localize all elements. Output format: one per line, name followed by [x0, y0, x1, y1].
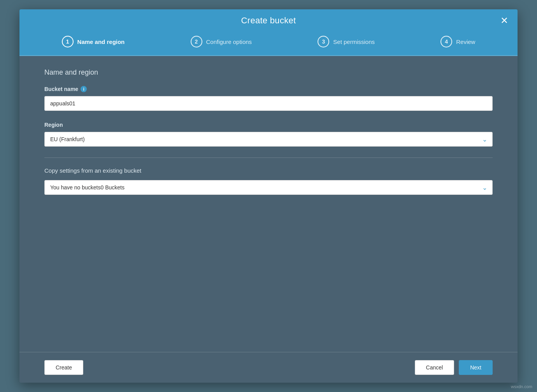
watermark: wsxdn.com [511, 384, 532, 389]
step-3-circle: 3 [318, 36, 329, 47]
modal-header: Create bucket ✕ [19, 9, 518, 32]
step-2[interactable]: 2 Configure options [191, 36, 252, 47]
step-1-circle: 1 [62, 36, 74, 47]
region-group: Region EU (Frankfurt) EU (Ireland) EU (L… [44, 122, 493, 147]
cancel-button[interactable]: Cancel [415, 360, 455, 375]
region-select-wrapper: EU (Frankfurt) EU (Ireland) EU (London) … [44, 132, 493, 147]
modal-footer: Create Cancel Next [19, 352, 518, 383]
step-1-label: Name and region [77, 38, 125, 45]
section-title: Name and region [44, 68, 493, 77]
copy-bucket-select[interactable]: You have no buckets0 Buckets [44, 180, 493, 195]
step-4[interactable]: 4 Review [440, 36, 475, 47]
copy-section-title: Copy settings from an existing bucket [44, 167, 493, 174]
stepper: 1 Name and region 2 Configure options 3 … [19, 32, 518, 56]
modal-body: Name and region Bucket name i Region EU … [19, 56, 518, 352]
modal-title: Create bucket [241, 16, 296, 26]
step-2-label: Configure options [206, 38, 252, 45]
create-button[interactable]: Create [44, 360, 83, 375]
next-button[interactable]: Next [459, 360, 493, 375]
create-bucket-modal: Create bucket ✕ 1 Name and region 2 Conf… [19, 9, 518, 383]
copy-bucket-select-wrapper: You have no buckets0 Buckets ⌄ [44, 180, 493, 195]
bucket-name-group: Bucket name i [44, 86, 493, 111]
step-1[interactable]: 1 Name and region [62, 36, 125, 47]
footer-right-actions: Cancel Next [415, 360, 493, 375]
step-4-label: Review [456, 38, 475, 45]
step-3[interactable]: 3 Set permissions [318, 36, 375, 47]
bucket-name-info-icon[interactable]: i [81, 86, 87, 92]
step-4-circle: 4 [440, 36, 452, 47]
step-3-label: Set permissions [333, 38, 375, 45]
bucket-name-label: Bucket name i [44, 86, 493, 92]
close-button[interactable]: ✕ [500, 16, 508, 25]
section-divider [44, 158, 493, 158]
region-label: Region [44, 122, 493, 128]
copy-settings-group: Copy settings from an existing bucket Yo… [44, 167, 493, 195]
region-select[interactable]: EU (Frankfurt) EU (Ireland) EU (London) … [44, 132, 493, 147]
step-2-circle: 2 [191, 36, 202, 47]
bucket-name-input[interactable] [44, 96, 493, 111]
